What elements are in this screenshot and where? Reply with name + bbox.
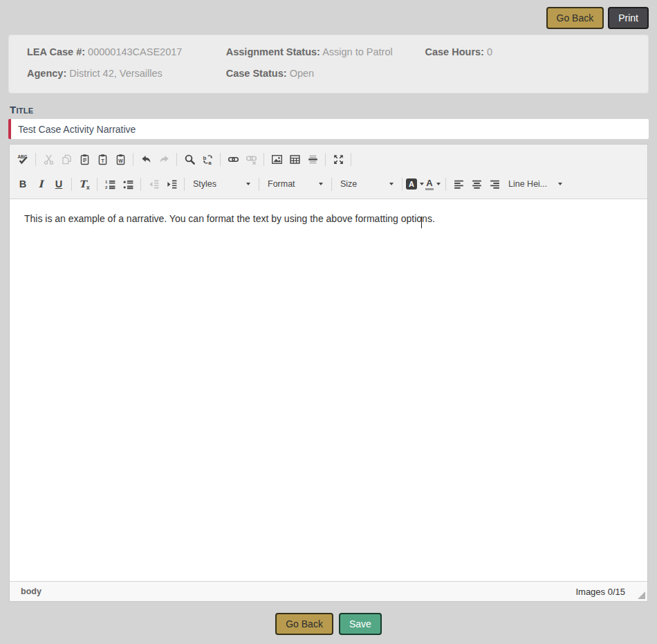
remove-format-button[interactable]: Tx (75, 175, 93, 193)
background-color-icon: A (406, 178, 424, 190)
editor-content-area[interactable]: This is an example of a narrative. You c… (10, 199, 647, 581)
italic-button[interactable]: I (32, 175, 50, 193)
paste-icon (79, 154, 91, 165)
svg-text:1: 1 (105, 180, 108, 184)
align-center-button[interactable] (468, 175, 485, 193)
table-button[interactable] (286, 150, 304, 168)
numbered-list-icon: 12 (104, 178, 116, 190)
paste-text-button[interactable]: T (93, 150, 111, 168)
spellcheck-icon: ABC (17, 154, 29, 165)
indent-icon (166, 178, 178, 190)
outdent-icon (148, 178, 160, 190)
paste-button[interactable] (75, 150, 93, 168)
chevron-down-icon (389, 183, 394, 185)
agency-field: Agency: District 42, Versailles (27, 68, 226, 79)
field-label: Case Hours: (425, 46, 484, 57)
element-path[interactable]: body (21, 587, 41, 596)
toolbar-separator (176, 153, 177, 166)
image-button[interactable] (268, 150, 286, 168)
title-label: Title (10, 104, 647, 116)
italic-icon: I (39, 179, 44, 190)
align-right-button[interactable] (485, 175, 503, 193)
lea-case-number-field: LEA Case #: 00000143CASE2017 (27, 46, 226, 57)
align-left-icon (453, 178, 465, 190)
size-combo[interactable]: Size (335, 176, 398, 193)
combo-label: Line Hei... (508, 179, 547, 189)
svg-text:a: a (208, 159, 212, 165)
toolbar-separator (351, 153, 351, 166)
combo-label: Styles (193, 179, 216, 189)
maximize-button[interactable] (329, 150, 347, 168)
format-combo[interactable]: Format (263, 176, 328, 193)
go-back-button-bottom[interactable]: Go Back (275, 613, 333, 635)
resize-grip-icon[interactable] (638, 591, 645, 599)
footer-bar: Go Back Save (0, 602, 657, 644)
bulleted-list-button[interactable] (119, 175, 137, 193)
horizontal-rule-icon (307, 154, 319, 165)
toolbar-separator (331, 178, 332, 191)
bold-icon: B (19, 179, 26, 190)
toolbar-separator (402, 178, 402, 191)
narrative-text: This is an example of a narrative. You c… (24, 213, 435, 224)
images-counter: Images 0/15 (575, 587, 625, 597)
field-value: Open (290, 68, 314, 79)
link-icon (228, 154, 239, 165)
toolbar-separator (263, 153, 264, 166)
copy-icon (61, 154, 73, 165)
redo-icon (158, 154, 170, 165)
align-left-button[interactable] (450, 175, 468, 193)
maximize-icon (333, 154, 344, 165)
align-center-icon (471, 178, 483, 190)
go-back-button-top[interactable]: Go Back (546, 7, 604, 29)
undo-icon (140, 154, 152, 165)
field-label: LEA Case #: (27, 46, 85, 57)
print-button[interactable]: Print (608, 7, 649, 29)
find-button[interactable] (181, 150, 198, 168)
bold-button[interactable]: B (14, 175, 32, 193)
paste-text-icon: T (97, 154, 109, 165)
field-label: Assignment Status: (226, 46, 320, 57)
toolbar-separator (445, 178, 446, 191)
replace-button[interactable]: ba (198, 150, 216, 168)
toolbar-separator (325, 153, 326, 166)
styles-combo[interactable]: Styles (188, 176, 255, 193)
numbered-list-button[interactable]: 12 (101, 175, 119, 193)
outdent-button (145, 175, 163, 193)
spellcheck-button[interactable]: ABC (14, 150, 32, 168)
assignment-status-field: Assignment Status: Assign to Patrol (226, 46, 425, 57)
horizontal-rule-button[interactable] (304, 150, 322, 168)
line-height-combo[interactable]: Line Hei... (503, 176, 567, 193)
indent-button[interactable] (163, 175, 181, 193)
field-value: Assign to Patrol (322, 46, 393, 57)
editor-toolbar: ABCTWba BIUTx12StylesFormatSizeAALine He… (10, 145, 647, 199)
toolbar-separator (184, 178, 185, 191)
combo-label: Size (340, 179, 357, 189)
svg-text:b: b (203, 154, 206, 160)
top-bar: Go Back Print (0, 0, 657, 35)
remove-format-icon: Tx (79, 178, 89, 191)
table-icon (289, 154, 301, 165)
text-cursor (421, 217, 422, 228)
toolbar-separator (259, 178, 259, 191)
undo-button[interactable] (137, 150, 155, 168)
paste-word-button[interactable]: W (111, 150, 129, 168)
title-input[interactable] (8, 119, 649, 139)
underline-icon: U (55, 179, 62, 190)
field-label: Case Status: (226, 68, 287, 79)
toolbar-separator (133, 153, 133, 166)
save-button[interactable]: Save (339, 613, 382, 635)
background-color-button[interactable]: A (406, 175, 424, 193)
chevron-down-icon (319, 183, 323, 185)
field-value: 0 (487, 46, 492, 57)
case-info-panel: LEA Case #: 00000143CASE2017 Assignment … (8, 35, 649, 93)
chevron-down-icon (558, 183, 562, 185)
underline-button[interactable]: U (50, 175, 68, 193)
link-button[interactable] (224, 150, 242, 168)
text-color-button[interactable]: A (424, 175, 442, 193)
cut-icon (43, 154, 55, 165)
combo-label: Format (268, 179, 295, 189)
case-status-field: Case Status: Open (226, 68, 425, 79)
toolbar-separator (220, 153, 221, 166)
redo-button (155, 150, 173, 168)
unlink-button (242, 150, 260, 168)
